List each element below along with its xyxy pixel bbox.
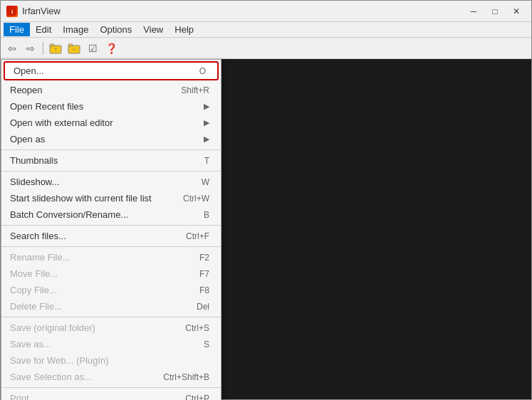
menu-help[interactable]: Help — [169, 23, 199, 36]
separator-4 — [1, 246, 221, 247]
save-as-menu-item[interactable]: Save as... S — [1, 336, 221, 352]
close-button[interactable]: ✕ — [507, 4, 526, 19]
open-as-menu-item[interactable]: Open as ▶ — [1, 131, 221, 147]
open-external-menu-item[interactable]: Open with external editor ▶ — [1, 115, 221, 131]
separator-5 — [1, 317, 221, 317]
svg-text:↑: ↑ — [54, 46, 57, 53]
menu-bar: File Edit Image Options View Help — [1, 22, 531, 38]
open-recent-menu-item[interactable]: Open Recent files ▶ — [1, 98, 221, 115]
menu-file[interactable]: File — [4, 23, 30, 36]
separator-6 — [1, 387, 221, 388]
file-dropdown-menu: Open... O Reopen Shift+R Open Recent fil… — [1, 59, 221, 400]
open-item-wrapper: Open... O — [1, 60, 221, 82]
delete-menu-item[interactable]: Delete File... Del — [1, 298, 221, 315]
next-icon[interactable]: ⇨ — [22, 40, 39, 57]
maximize-button[interactable]: □ — [486, 4, 504, 19]
prev-icon[interactable]: ⇦ — [4, 40, 21, 57]
batch-menu-item[interactable]: Batch Conversion/Rename... B — [1, 206, 221, 223]
folder-up-icon[interactable]: ↑ — [47, 40, 64, 57]
save-original-menu-item[interactable]: Save (original folder) Ctrl+S — [1, 320, 221, 336]
title-bar-left: i IrfanView — [6, 6, 61, 17]
toolbar-separator-1 — [43, 42, 43, 55]
print-menu-item[interactable]: Print... Ctrl+P — [1, 390, 221, 400]
menu-image[interactable]: Image — [57, 23, 94, 36]
minimize-button[interactable]: ─ — [464, 4, 483, 19]
title-bar-controls: ─ □ ✕ — [464, 4, 526, 19]
main-content: Open... O Reopen Shift+R Open Recent fil… — [1, 59, 531, 399]
menu-edit[interactable]: Edit — [30, 23, 57, 36]
svg-text:i: i — [11, 9, 13, 15]
separator-3 — [1, 225, 221, 226]
menu-view[interactable]: View — [137, 23, 169, 36]
menu-options[interactable]: Options — [95, 23, 138, 36]
save-selection-menu-item[interactable]: Save Selection as... Ctrl+Shift+B — [1, 369, 221, 385]
title-bar: i IrfanView ─ □ ✕ — [1, 1, 531, 22]
search-menu-item[interactable]: Search files... Ctrl+F — [1, 228, 221, 244]
separator-2 — [1, 171, 221, 172]
thumbnails-menu-item[interactable]: Thumbnails T — [1, 152, 221, 169]
svg-text:→: → — [71, 46, 77, 53]
main-window: i IrfanView ─ □ ✕ File Edit Image Option… — [0, 0, 532, 400]
toolbar: ⇦ ⇨ ↑ → ☑ ❓ — [1, 38, 531, 59]
open-menu-item[interactable]: Open... O — [4, 61, 219, 80]
folder-next-icon[interactable]: → — [66, 40, 83, 57]
app-icon: i — [6, 6, 18, 17]
reopen-menu-item[interactable]: Reopen Shift+R — [1, 82, 221, 98]
rename-menu-item[interactable]: Rename File... F2 — [1, 249, 221, 265]
window-title: IrfanView — [22, 6, 61, 16]
slideshow-current-menu-item[interactable]: Start slideshow with current file list C… — [1, 190, 221, 206]
checkbox-icon[interactable]: ☑ — [84, 40, 101, 57]
help-icon[interactable]: ❓ — [103, 40, 120, 57]
save-web-menu-item[interactable]: Save for Web... (PlugIn) — [1, 352, 221, 369]
copy-menu-item[interactable]: Copy File... F8 — [1, 282, 221, 298]
slideshow-menu-item[interactable]: Slideshow... W — [1, 174, 221, 190]
separator-1 — [1, 149, 221, 150]
move-menu-item[interactable]: Move File... F7 — [1, 265, 221, 282]
